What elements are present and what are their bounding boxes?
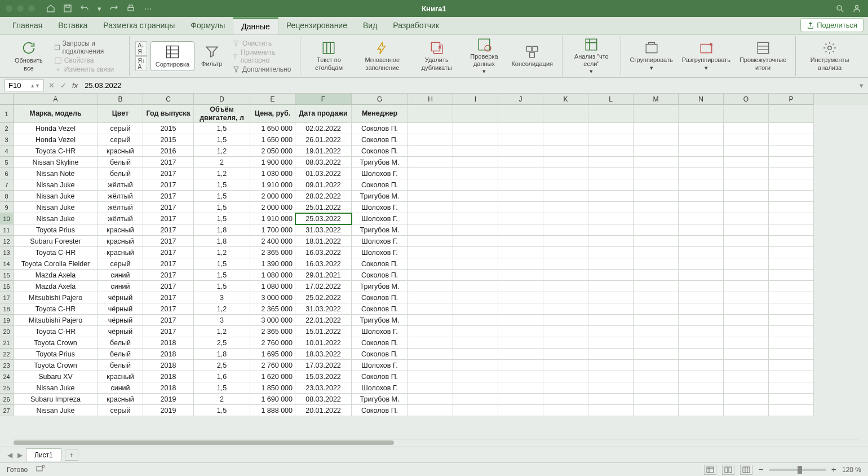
table-cell[interactable] — [498, 123, 543, 134]
table-cell[interactable]: 2017 — [143, 315, 194, 326]
remove-duplicates-button[interactable]: Удалить дубликаты — [413, 39, 460, 72]
table-cell[interactable]: 22.01.2022 — [295, 315, 352, 326]
row-header[interactable]: 10 — [0, 213, 14, 224]
table-cell[interactable] — [769, 168, 814, 179]
table-cell[interactable] — [769, 394, 814, 405]
table-cell[interactable]: 2018 — [143, 360, 194, 371]
table-cell[interactable] — [453, 382, 498, 394]
table-cell[interactable]: 2015 — [143, 134, 194, 146]
table-cell[interactable]: красный — [98, 224, 143, 236]
what-if-button[interactable]: Анализ "что если"▾ — [568, 36, 615, 77]
table-cell[interactable]: 15.01.2022 — [295, 326, 352, 337]
table-cell[interactable] — [634, 371, 679, 382]
table-cell[interactable]: 28.02.2022 — [295, 191, 352, 202]
table-cell[interactable]: Nissan Note — [14, 168, 98, 179]
sort-asc-button[interactable]: А↓Я — [135, 41, 147, 56]
table-cell[interactable] — [679, 281, 724, 292]
row-header[interactable]: 27 — [0, 405, 14, 416]
table-cell[interactable]: 2015 — [143, 123, 194, 134]
share-button[interactable]: Поделиться — [800, 18, 863, 32]
table-cell[interactable]: Nissan Juke — [14, 179, 98, 191]
table-cell[interactable]: Соколов П. — [352, 270, 408, 281]
table-cell[interactable] — [588, 326, 634, 337]
table-cell[interactable]: Toyota C-HR — [14, 326, 98, 337]
table-header-cell[interactable] — [588, 105, 634, 123]
table-cell[interactable] — [634, 168, 679, 179]
table-cell[interactable]: чёрный — [98, 326, 143, 337]
table-cell[interactable]: 1,5 — [194, 270, 250, 281]
table-header-cell[interactable]: Дата продажи — [295, 105, 352, 123]
table-cell[interactable] — [453, 360, 498, 371]
table-cell[interactable] — [588, 405, 634, 416]
row-header[interactable]: 7 — [0, 179, 14, 191]
table-cell[interactable] — [588, 247, 634, 258]
table-cell[interactable] — [679, 123, 724, 134]
table-cell[interactable]: 2,5 — [194, 360, 250, 371]
table-cell[interactable] — [679, 405, 724, 416]
table-cell[interactable]: 2016 — [143, 146, 194, 157]
consolidate-button[interactable]: Консолидация — [508, 43, 556, 69]
tab-формулы[interactable]: Формулы — [183, 17, 233, 34]
table-cell[interactable]: красный — [98, 394, 143, 405]
table-cell[interactable] — [588, 337, 634, 349]
table-cell[interactable] — [588, 394, 634, 405]
table-cell[interactable] — [679, 168, 724, 179]
table-cell[interactable] — [453, 292, 498, 303]
table-cell[interactable]: чёрный — [98, 315, 143, 326]
table-cell[interactable]: 2018 — [143, 371, 194, 382]
table-header-cell[interactable]: Год выпуска — [143, 105, 194, 123]
table-cell[interactable]: 08.03.2022 — [295, 157, 352, 168]
table-cell[interactable]: 2017 — [143, 292, 194, 303]
table-cell[interactable] — [588, 281, 634, 292]
table-cell[interactable]: 2,5 — [194, 337, 250, 349]
table-cell[interactable]: 2017 — [143, 202, 194, 213]
group-button[interactable]: Сгруппировать▾ — [627, 39, 676, 72]
table-cell[interactable] — [724, 179, 769, 191]
table-cell[interactable]: Toyota Prius — [14, 224, 98, 236]
table-cell[interactable]: 1 620 000 — [250, 371, 295, 382]
table-cell[interactable]: 2 365 000 — [250, 247, 295, 258]
table-cell[interactable]: Соколов П. — [352, 405, 408, 416]
table-header-cell[interactable] — [498, 105, 543, 123]
table-cell[interactable] — [543, 134, 588, 146]
row-header[interactable]: 13 — [0, 247, 14, 258]
column-header[interactable]: A — [14, 94, 98, 105]
column-header[interactable]: K — [543, 94, 588, 105]
table-cell[interactable] — [769, 405, 814, 416]
table-cell[interactable] — [408, 270, 453, 281]
column-header[interactable]: F — [295, 94, 352, 105]
table-cell[interactable]: Honda Vezel — [14, 134, 98, 146]
table-cell[interactable] — [408, 326, 453, 337]
table-cell[interactable]: 1,5 — [194, 123, 250, 134]
table-cell[interactable]: красный — [98, 236, 143, 247]
save-icon[interactable] — [63, 4, 72, 13]
table-cell[interactable]: Шолохов Г. — [352, 202, 408, 213]
table-cell[interactable] — [543, 191, 588, 202]
table-cell[interactable] — [634, 191, 679, 202]
table-header-cell[interactable]: Объём двигателя, л — [194, 105, 250, 123]
table-cell[interactable] — [408, 224, 453, 236]
table-cell[interactable] — [543, 146, 588, 157]
table-cell[interactable] — [769, 315, 814, 326]
table-cell[interactable]: 2 — [194, 157, 250, 168]
table-cell[interactable] — [408, 134, 453, 146]
tab-рецензирование[interactable]: Рецензирование — [278, 17, 355, 34]
table-header-cell[interactable] — [453, 105, 498, 123]
table-cell[interactable]: Соколов П. — [352, 371, 408, 382]
table-cell[interactable] — [724, 247, 769, 258]
table-cell[interactable]: белый — [98, 360, 143, 371]
table-cell[interactable]: Соколов П. — [352, 292, 408, 303]
minimize-window-icon[interactable] — [17, 5, 24, 12]
table-cell[interactable] — [769, 360, 814, 371]
column-header[interactable]: L — [588, 94, 634, 105]
table-cell[interactable] — [453, 337, 498, 349]
horizontal-scrollbar[interactable] — [14, 439, 859, 447]
table-cell[interactable] — [498, 292, 543, 303]
table-cell[interactable] — [634, 202, 679, 213]
table-cell[interactable] — [453, 224, 498, 236]
table-cell[interactable] — [634, 247, 679, 258]
table-cell[interactable]: серый — [98, 123, 143, 134]
table-cell[interactable]: Соколов П. — [352, 123, 408, 134]
table-cell[interactable]: 1 700 000 — [250, 224, 295, 236]
table-cell[interactable] — [769, 213, 814, 224]
